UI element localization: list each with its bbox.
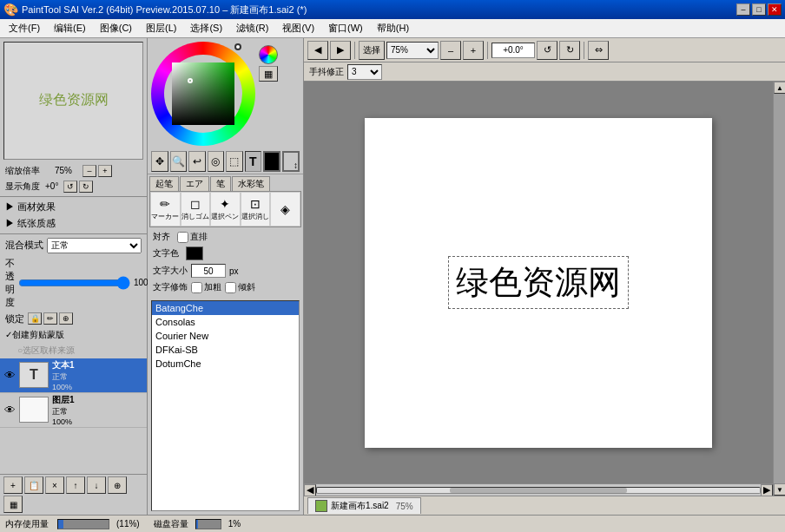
zoom-increase-button[interactable]: + xyxy=(98,165,112,177)
layer-visibility-text1[interactable]: 👁 xyxy=(2,367,17,383)
select-mode-button[interactable]: 选择 xyxy=(359,41,385,60)
bold-checkbox[interactable] xyxy=(191,282,202,293)
brush-select-pen[interactable]: ✦ 選択ペン xyxy=(210,192,241,227)
rotate-tool[interactable]: ↩ xyxy=(188,151,206,172)
italic-checkbox-label[interactable]: 倾斜 xyxy=(225,281,255,293)
vscroll-up-button[interactable]: ▲ xyxy=(774,82,785,94)
move-tool[interactable]: ✥ xyxy=(151,151,168,172)
minimize-button[interactable]: – xyxy=(736,3,750,16)
menu-filter[interactable]: 滤镜(R) xyxy=(229,20,275,36)
menu-file[interactable]: 文件(F) xyxy=(2,20,47,36)
opacity-slider[interactable] xyxy=(18,279,130,286)
layer-name-layer1: 图层1 xyxy=(52,394,143,406)
italic-checkbox[interactable] xyxy=(225,282,236,293)
brush-tab-fude[interactable]: 笔 xyxy=(210,176,231,191)
canvas-rotate-cw-button[interactable]: ↻ xyxy=(559,41,580,60)
font-item-dfkai-sb[interactable]: DFKai-SB xyxy=(152,343,299,357)
color-wheel[interactable] xyxy=(151,42,255,146)
canvas-text-element[interactable]: 绿色资源网 xyxy=(448,256,629,309)
color-grid-button[interactable]: ▦ xyxy=(259,66,278,82)
nav-prev-button[interactable]: ◀ xyxy=(307,41,328,60)
zoom-out-button[interactable]: – xyxy=(440,41,461,60)
font-item-courier-new[interactable]: Courier New xyxy=(152,329,299,343)
text-tool[interactable]: T xyxy=(245,151,262,172)
text-color-picker[interactable] xyxy=(186,246,203,260)
color-ring[interactable] xyxy=(151,42,255,146)
texture-row[interactable]: ▶ 纸张质感 xyxy=(0,215,147,232)
brush-eraser[interactable]: ◻ 消しゴム xyxy=(181,192,211,227)
font-list[interactable]: BatangChe Consolas Courier New DFKai-SB … xyxy=(151,300,300,511)
menu-image[interactable]: 图像(C) xyxy=(93,20,139,36)
color-wheel-button[interactable] xyxy=(259,45,278,64)
layer-up-button[interactable]: ↑ xyxy=(66,476,85,494)
zoom-decrease-button[interactable]: – xyxy=(82,165,96,177)
hscroll-thumb[interactable] xyxy=(450,488,627,493)
maximize-button[interactable]: □ xyxy=(752,3,766,16)
layer-mask-button[interactable]: ▦ xyxy=(3,496,23,513)
layer-down-button[interactable]: ↓ xyxy=(87,476,106,494)
menu-help[interactable]: 帮助(H) xyxy=(370,20,416,36)
menu-edit[interactable]: 编辑(E) xyxy=(47,20,93,36)
layer-item-layer1[interactable]: 👁 图层1 正常 100% xyxy=(0,393,147,428)
canvas-rotate-ccw-button[interactable]: ↺ xyxy=(537,41,557,60)
nav-next-button[interactable]: ▶ xyxy=(330,41,351,60)
brush-extra[interactable]: ◈ xyxy=(270,192,300,227)
layer-copy-button[interactable]: 📋 xyxy=(24,476,43,494)
blend-mode-select[interactable]: 正常 xyxy=(47,238,142,253)
menu-layer[interactable]: 图层(L) xyxy=(139,20,183,36)
stabilizer-select[interactable]: 3 0 1 2 4 5 6 7 xyxy=(347,64,382,80)
bold-label: 加粗 xyxy=(204,281,221,293)
brush-tab-kihon[interactable]: 起笔 xyxy=(149,176,179,191)
canvas-paper[interactable]: 绿色资源网 xyxy=(365,118,712,448)
canvas-hscrollbar[interactable]: ◀ ▶ xyxy=(304,483,773,496)
zoom-in-button[interactable]: + xyxy=(463,41,484,60)
select-tool-2[interactable]: ⬚ xyxy=(226,151,243,172)
brush-select-erase[interactable]: ⊡ 選択消し xyxy=(241,192,271,227)
canvas-vscrollbar[interactable]: ▲ ▼ xyxy=(773,82,785,496)
layer-mode-text1: 正常 xyxy=(52,371,143,383)
straight-checkbox-label[interactable]: 直排 xyxy=(177,231,208,243)
menu-select[interactable]: 选择(S) xyxy=(183,20,229,36)
vscroll-track[interactable] xyxy=(774,94,785,483)
brush-tab-suisai[interactable]: 水彩笔 xyxy=(232,176,270,191)
layer-new-button[interactable]: + xyxy=(3,476,23,494)
canvas-tab-1[interactable]: 新建画布1.sai2 75% xyxy=(307,497,421,514)
straight-checkbox[interactable] xyxy=(177,232,188,243)
rotate-ccw-button[interactable]: ↺ xyxy=(63,181,77,193)
canvas-flip-button[interactable]: ⇔ xyxy=(588,41,609,60)
rotate-cw-button[interactable]: ↻ xyxy=(79,181,93,193)
foreground-color[interactable] xyxy=(263,151,280,172)
title-bar-left: 🎨 PaintTool SAI Ver.2 (64bit) Preview.20… xyxy=(3,3,307,16)
lock-pixel-button[interactable]: ✏ xyxy=(43,312,57,325)
menu-view[interactable]: 视图(V) xyxy=(275,20,321,36)
close-button[interactable]: ✕ xyxy=(768,3,782,16)
vscroll-down-button[interactable]: ▼ xyxy=(774,483,785,496)
color-square[interactable] xyxy=(172,62,234,125)
lock-pos-button[interactable]: ⊕ xyxy=(59,312,73,325)
canvas-angle-input[interactable] xyxy=(491,43,535,58)
bold-checkbox-label[interactable]: 加粗 xyxy=(191,281,221,293)
hscroll-right-button[interactable]: ▶ xyxy=(761,484,773,496)
create-layer-row[interactable]: ✓创建剪贴蒙版 xyxy=(0,327,147,343)
text-size-input[interactable] xyxy=(191,264,226,278)
brush-tab-air[interactable]: エア xyxy=(180,176,209,191)
font-item-batangche[interactable]: BatangChe xyxy=(152,301,299,315)
eyedropper-tool[interactable]: ◎ xyxy=(208,151,225,172)
brush-marker[interactable]: ✏ マーカー xyxy=(150,192,181,227)
menu-window[interactable]: 窗口(W) xyxy=(321,20,370,36)
effects-row[interactable]: ▶ 画材效果 xyxy=(0,199,147,215)
layer-merge-button[interactable]: ⊕ xyxy=(108,476,127,494)
text-size-row: 文字大小 px xyxy=(153,264,298,278)
hscroll-track[interactable] xyxy=(316,487,761,494)
hscroll-left-button[interactable]: ◀ xyxy=(304,484,316,496)
swap-colors-button[interactable]: ↕ xyxy=(282,151,300,172)
layer-item-text1[interactable]: 👁 T 文本1 正常 100% xyxy=(0,358,147,393)
layer-visibility-layer1[interactable]: 👁 xyxy=(2,402,17,417)
canvas-drawing-area[interactable]: 绿色资源网 xyxy=(304,82,773,483)
layer-delete-button[interactable]: × xyxy=(45,476,64,494)
zoom-tool[interactable]: 🔍 xyxy=(170,151,188,172)
lock-alpha-button[interactable]: 🔒 xyxy=(28,312,42,325)
font-item-dotumche[interactable]: DotumChe xyxy=(152,357,299,371)
zoom-select[interactable]: 75% 50% 100% 150% 200% xyxy=(386,42,439,59)
font-item-consolas[interactable]: Consolas xyxy=(152,315,299,329)
